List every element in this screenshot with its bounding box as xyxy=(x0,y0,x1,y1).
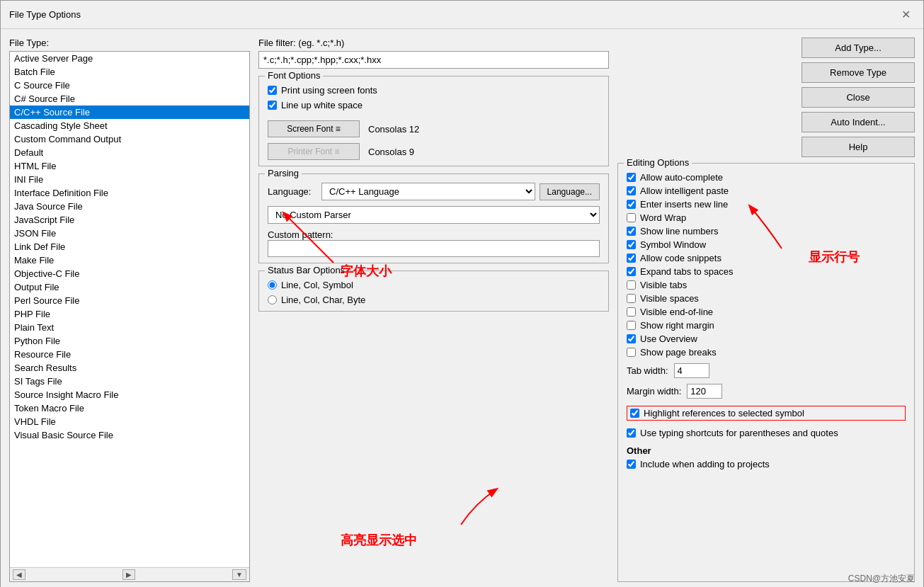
radio-option2-label: Line, Col, Char, Byte xyxy=(281,295,365,305)
status-section: Line, Col, Symbol Line, Col, Char, Byte xyxy=(268,280,600,305)
custom-pattern-section: Custom pattern: xyxy=(268,229,600,257)
file-list-item[interactable]: C Source File xyxy=(10,79,249,92)
editing-options-legend: Editing Options xyxy=(624,157,692,168)
file-list-item[interactable]: SI Tags File xyxy=(10,375,249,388)
file-list-item[interactable]: Python File xyxy=(10,334,249,348)
editing-option-checkbox[interactable] xyxy=(627,186,636,195)
highlight-checkbox[interactable] xyxy=(630,409,639,418)
file-list-item[interactable]: Source Insight Macro File xyxy=(10,388,249,401)
file-list-item[interactable]: Batch File xyxy=(10,65,249,79)
action-buttons: Add Type... Remove Type Close Auto Inden… xyxy=(802,38,915,157)
editing-option-label: Show line numbers xyxy=(640,226,719,236)
file-list-item[interactable]: Objective-C File xyxy=(10,267,249,280)
watermark: CSDN@方池安夏 xyxy=(848,573,915,585)
parser-select[interactable]: No Custom Parser xyxy=(268,206,600,224)
typing-shortcuts-label: Use typing shortcuts for parentheses and… xyxy=(640,428,838,438)
editing-option-checkbox[interactable] xyxy=(627,294,636,303)
radio-option1-label: Line, Col, Symbol xyxy=(281,280,353,290)
editing-option-checkbox[interactable] xyxy=(627,200,636,209)
include-projects-row: Include when adding to projects xyxy=(627,459,906,469)
print-screen-fonts-label: Print using screen fonts xyxy=(281,85,377,96)
file-list-item[interactable]: C# Source File xyxy=(10,92,249,106)
margin-width-input[interactable] xyxy=(687,384,722,399)
screen-font-button[interactable]: Screen Font ≡ xyxy=(268,120,360,137)
file-type-label: File Type: xyxy=(9,38,250,48)
file-list-item[interactable]: HTML File xyxy=(10,159,249,173)
file-list-item[interactable]: Default xyxy=(10,146,249,159)
font-buttons: Screen Font ≡ Consolas 12 Printer Font ≡… xyxy=(268,120,600,160)
editing-option-checkbox[interactable] xyxy=(627,307,636,317)
editing-option-row: Allow code snippets xyxy=(627,253,906,263)
file-list-item[interactable]: Perl Source File xyxy=(10,294,249,307)
editing-option-checkbox[interactable] xyxy=(627,348,636,357)
file-list-item[interactable]: JavaScript File xyxy=(10,213,249,227)
custom-pattern-input[interactable] xyxy=(268,240,600,257)
file-list-item[interactable]: Output File xyxy=(10,280,249,294)
add-type-button[interactable]: Add Type... xyxy=(802,38,915,58)
remove-type-button[interactable]: Remove Type xyxy=(802,62,915,83)
file-list-item[interactable]: INI File xyxy=(10,173,249,186)
close-button[interactable]: Close xyxy=(802,87,915,108)
editing-option-checkbox[interactable] xyxy=(627,253,636,263)
help-button[interactable]: Help xyxy=(802,137,915,157)
file-list-item[interactable]: Link Def File xyxy=(10,240,249,253)
editing-option-label: Symbol Window xyxy=(640,239,706,250)
editing-option-checkbox[interactable] xyxy=(627,280,636,290)
dialog-body: File Type: Active Server PageBatch FileC… xyxy=(1,29,923,587)
typing-shortcuts-checkbox[interactable] xyxy=(627,428,636,438)
file-list-item[interactable]: Custom Command Output xyxy=(10,132,249,146)
editing-option-checkbox[interactable] xyxy=(627,240,636,249)
other-section: Other Include when adding to projects xyxy=(627,445,906,469)
language-select[interactable]: C/C++ Language xyxy=(321,183,535,200)
file-list-item[interactable]: Token Macro File xyxy=(10,401,249,415)
scroll-down-btn[interactable]: ▼ xyxy=(232,569,246,580)
file-list-item[interactable]: JSON File xyxy=(10,227,249,240)
highlight-row: Highlight references to selected symbol xyxy=(627,406,906,421)
parsing-group: Parsing Language: C/C++ Language Languag… xyxy=(258,173,609,263)
editing-option-checkbox[interactable] xyxy=(627,213,636,222)
parsing-legend: Parsing xyxy=(265,168,302,178)
file-list-item[interactable]: Make File xyxy=(10,253,249,267)
radio-option1[interactable] xyxy=(268,280,277,290)
editing-option-row: Show page breaks xyxy=(627,347,906,358)
file-list-item[interactable]: C/C++ Source File xyxy=(10,106,249,119)
include-projects-checkbox[interactable] xyxy=(627,460,636,469)
file-list-item[interactable]: Search Results xyxy=(10,361,249,375)
filter-input[interactable] xyxy=(258,51,609,69)
file-list-container: Active Server PageBatch FileC Source Fil… xyxy=(9,51,250,582)
scroll-left-btn[interactable]: ◀ xyxy=(13,569,25,580)
file-list-item[interactable]: PHP File xyxy=(10,307,249,321)
radio-option2[interactable] xyxy=(268,295,277,304)
typing-shortcuts-row: Use typing shortcuts for parentheses and… xyxy=(627,428,906,438)
close-icon[interactable]: ✕ xyxy=(897,6,915,23)
radio-option1-row: Line, Col, Symbol xyxy=(268,280,600,290)
editing-option-label: Show page breaks xyxy=(640,347,717,358)
editing-option-row: Word Wrap xyxy=(627,212,906,223)
editing-option-checkbox[interactable] xyxy=(627,227,636,236)
editing-option-row: Symbol Window xyxy=(627,239,906,250)
editing-option-checkbox[interactable] xyxy=(627,321,636,330)
print-screen-fonts-checkbox[interactable] xyxy=(268,86,277,95)
margin-width-row: Margin width: xyxy=(627,384,906,399)
file-list-item[interactable]: Resource File xyxy=(10,348,249,361)
file-list-item[interactable]: Plain Text xyxy=(10,321,249,334)
line-up-whitespace-checkbox[interactable] xyxy=(268,101,277,110)
editing-option-row: Use Overview xyxy=(627,334,906,344)
printer-font-button[interactable]: Printer Font ≡ xyxy=(268,143,360,160)
editing-option-checkbox[interactable] xyxy=(627,267,636,276)
file-list-item[interactable]: Java Source File xyxy=(10,200,249,213)
file-list-item[interactable]: Visual Basic Source File xyxy=(10,428,249,442)
file-list-item[interactable]: Cascading Style Sheet xyxy=(10,119,249,132)
scroll-right-btn[interactable]: ▶ xyxy=(122,569,135,580)
editing-option-label: Show right margin xyxy=(640,320,714,331)
editing-option-checkbox[interactable] xyxy=(627,334,636,343)
tab-width-input[interactable] xyxy=(674,363,709,378)
font-options-legend: Font Options xyxy=(265,70,323,81)
file-list-item[interactable]: Interface Definition File xyxy=(10,186,249,200)
language-button[interactable]: Language... xyxy=(540,183,600,200)
auto-indent-button[interactable]: Auto Indent... xyxy=(802,112,915,132)
file-list-item[interactable]: Active Server Page xyxy=(10,52,249,65)
editing-option-row: Expand tabs to spaces xyxy=(627,266,906,277)
editing-option-checkbox[interactable] xyxy=(627,173,636,182)
file-list-item[interactable]: VHDL File xyxy=(10,415,249,428)
